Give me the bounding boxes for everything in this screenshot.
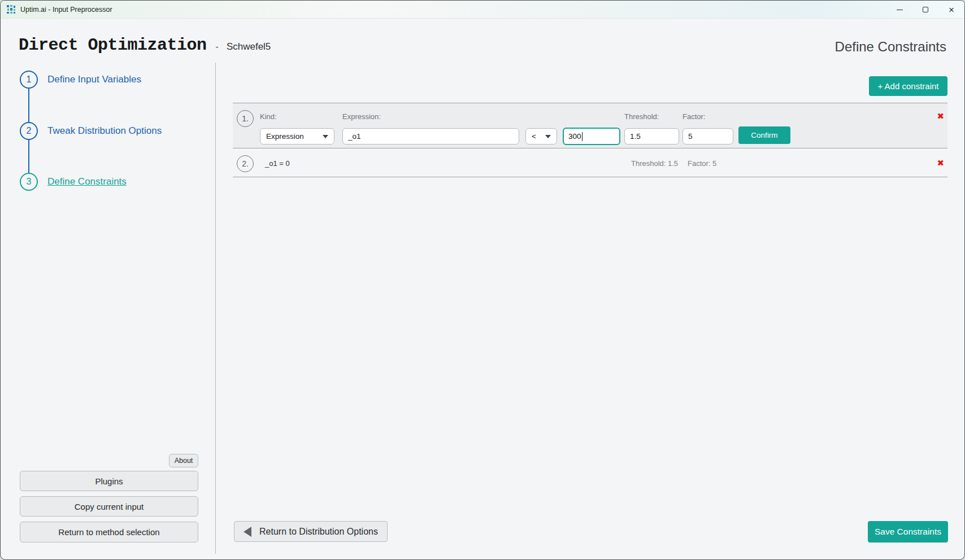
- step-label: Define Input Variables: [47, 74, 141, 85]
- step-connector-1-2: [28, 89, 29, 122]
- expression-input[interactable]: [342, 128, 519, 145]
- chevron-down-icon: [323, 135, 328, 138]
- threshold-input[interactable]: [624, 128, 679, 145]
- plugins-button[interactable]: Plugins: [20, 471, 198, 491]
- save-constraints-button[interactable]: Save Constraints: [868, 521, 948, 542]
- delete-constraint-icon[interactable]: ✖: [937, 159, 944, 168]
- constraint-index-badge: 1.: [237, 110, 254, 127]
- close-button[interactable]: ×: [938, 1, 964, 19]
- confirm-button[interactable]: Confirm: [738, 126, 790, 144]
- kind-select[interactable]: Expression: [260, 128, 334, 145]
- constraint-summary: _o1 = 0: [265, 159, 290, 168]
- text-cursor: [582, 132, 583, 141]
- kind-select-value: Expression: [266, 132, 304, 141]
- maximize-button[interactable]: [912, 1, 938, 19]
- constraint-row-saved: 2. _o1 = 0 Threshold: 1.5 Factor: 5 ✖: [233, 150, 947, 177]
- return-to-method-selection-button[interactable]: Return to method selection: [20, 522, 198, 542]
- factor-input[interactable]: [683, 128, 733, 145]
- constraint-factor: Factor: 5: [688, 159, 716, 168]
- operator-select[interactable]: <: [525, 128, 557, 145]
- step-item-define-input-variables[interactable]: 1 Define Input Variables: [20, 71, 141, 89]
- minimize-button[interactable]: [886, 1, 912, 19]
- add-constraint-button[interactable]: + Add constraint: [869, 76, 947, 96]
- step-label: Define Constraints: [47, 176, 127, 187]
- step-number-badge: 1: [20, 71, 38, 89]
- copy-current-input-button[interactable]: Copy current input: [20, 496, 198, 517]
- kind-label: Kind:: [260, 112, 277, 121]
- titlebar: Uptim.ai - Input Preprocessor ×: [1, 1, 964, 19]
- chevron-down-icon: [545, 135, 551, 138]
- constraint-row-editing: 1. Kind: Expression Expression: < 300 Th…: [233, 103, 947, 148]
- sidebar-divider: [215, 63, 216, 554]
- return-to-distribution-options-button[interactable]: Return to Distribution Options: [234, 521, 388, 542]
- app-logo-icon: [7, 5, 16, 14]
- operator-select-value: <: [532, 132, 536, 141]
- app-window: Uptim.ai - Input Preprocessor × Direct O…: [0, 0, 965, 560]
- window-title: Uptim.ai - Input Preprocessor: [20, 6, 112, 14]
- rhs-value-input[interactable]: 300: [563, 128, 620, 145]
- about-button[interactable]: About: [169, 454, 198, 467]
- step-item-tweak-distribution-options[interactable]: 2 Tweak Distribution Options: [20, 122, 162, 140]
- page-title: Define Constraints: [835, 39, 946, 55]
- step-number-badge: 2: [20, 122, 38, 140]
- step-label: Tweak Distribution Options: [47, 125, 162, 137]
- rhs-value-text: 300: [568, 132, 581, 141]
- threshold-label: Threshold:: [624, 112, 659, 121]
- app-title: Direct Optimization: [19, 36, 207, 55]
- page-header: Direct Optimization - Schwefel5: [19, 36, 271, 55]
- project-name: Schwefel5: [227, 41, 271, 53]
- maximize-icon: [923, 7, 928, 12]
- constraint-threshold: Threshold: 1.5: [631, 159, 678, 168]
- minimize-icon: [897, 10, 903, 10]
- back-arrow-icon: [244, 527, 251, 537]
- close-icon: ×: [949, 5, 954, 15]
- delete-constraint-icon[interactable]: ✖: [937, 112, 944, 121]
- step-connector-2-3: [28, 140, 29, 173]
- back-button-label: Return to Distribution Options: [259, 527, 378, 537]
- step-item-define-constraints[interactable]: 3 Define Constraints: [20, 173, 127, 191]
- title-dash: -: [216, 42, 219, 52]
- expression-label: Expression:: [342, 112, 381, 121]
- factor-label: Factor:: [683, 112, 705, 121]
- step-number-badge: 3: [20, 173, 38, 191]
- constraint-index-badge: 2.: [237, 155, 254, 172]
